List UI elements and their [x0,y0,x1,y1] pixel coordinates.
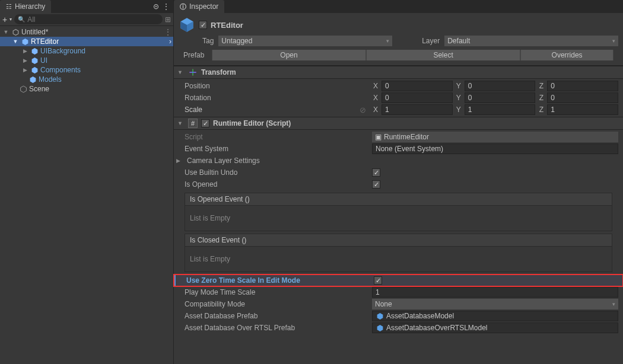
script-label: Script [185,133,368,141]
z-label: Z [538,82,545,90]
tree-row-ui[interactable]: ▶ UI [0,56,173,65]
position-row: Position X0 Y0 Z0 [174,80,623,92]
position-x-input[interactable]: 0 [382,81,453,91]
prefab-icon [30,66,39,74]
use-zero-time-row: Use Zero Time Scale In Edit Mode ✓ [174,274,623,286]
asset-db-prefab-field[interactable]: AssetDatabaseModel [372,311,618,321]
component-header[interactable]: ▼ Transform [174,66,623,79]
use-zero-time-checkbox[interactable]: ✓ [374,276,382,285]
use-builtin-undo-checkbox[interactable]: ✓ [372,168,380,177]
inspector-panel: ⓘ Inspector ✓ Tag Untagged ▾ Layer Defau… [174,0,623,364]
tree-row-scene-root[interactable]: ▼ Untitled* ⋮ [0,27,173,37]
tree-row-rteditor[interactable]: ▼ RTEditor › [0,37,173,46]
enabled-checkbox[interactable]: ✓ [199,21,207,29]
use-builtin-undo-label: Use Builtin Undo [185,168,368,177]
is-opened-row: Is Opened ✓ [174,178,623,190]
inspector-header: ✓ Tag Untagged ▾ Layer Default ▾ Prefab … [174,13,623,66]
transform-icon [188,68,198,77]
search-icon: 🔍 [18,16,25,23]
chevron-right-icon[interactable]: ▶ [176,158,183,164]
transform-component: ▼ Transform Position X0 Y0 Z0 Rotation X… [174,66,623,117]
event-system-row: Event System None (Event System) [174,143,623,155]
tree-row-uibackground[interactable]: ▶ UIBackground [0,46,173,56]
prefab-select-button[interactable]: Select [366,50,520,60]
rotation-row: Rotation X0 Y0 Z0 [174,92,623,104]
tag-dropdown[interactable]: Untagged ▾ [218,36,392,46]
hierarchy-tab-bar: ☷ Hierarchy ⊝ ⋮ [0,0,173,13]
hierarchy-search-input[interactable] [27,15,159,24]
play-mode-time-input[interactable]: 1 [372,287,618,298]
chevron-down-icon[interactable]: ▼ [177,120,185,126]
component-title: Runtime Editor (Script) [213,119,291,127]
camera-layer-label: Camera Layer Settings [187,157,260,165]
inspector-tab[interactable]: ⓘ Inspector [174,0,224,13]
link-icon[interactable]: ⊘ [360,106,366,114]
kebab-icon[interactable]: ⋮ [164,28,173,36]
inspector-tab-bar: ⓘ Inspector [174,0,623,13]
rotation-x-input[interactable]: 0 [382,92,453,103]
scale-y-input[interactable]: 1 [465,104,536,115]
compat-mode-label: Compatibility Mode [185,300,368,308]
rotation-z-input[interactable]: 0 [547,92,618,103]
position-y-input[interactable]: 0 [465,81,536,91]
position-label: Position [185,82,368,90]
prefab-open-button[interactable]: Open [212,50,366,60]
tree-row-components[interactable]: ▶ Components [0,65,173,75]
component-header[interactable]: ▼ # ✓ Runtime Editor (Script) [174,117,623,130]
hierarchy-tab[interactable]: ☷ Hierarchy [0,0,51,13]
scale-z-input[interactable]: 1 [547,104,618,115]
asset-db-rtsl-row: Asset Database Over RTSL Prefab AssetDat… [174,322,623,334]
prefab-icon [30,47,39,55]
play-mode-time-label: Play Mode Time Scale [185,288,368,296]
tree-row-scene[interactable]: Scene [0,84,173,94]
hierarchy-search[interactable]: 🔍 [14,14,163,24]
prefab-label: Prefab [183,51,212,59]
component-title: Transform [201,68,236,76]
chevron-down-icon[interactable]: ▼ [177,69,185,75]
chevron-right-icon[interactable]: ▶ [21,67,28,73]
kebab-icon[interactable]: ⋮ [163,2,170,11]
hierarchy-icon: ☷ [6,3,12,11]
chevron-down-icon: ▾ [612,301,615,307]
chevron-right-icon[interactable]: ▶ [21,58,28,63]
prefab-icon [30,56,39,65]
info-icon: ⓘ [180,2,186,11]
component-enabled-checkbox[interactable]: ✓ [201,119,209,127]
chevron-down-icon[interactable]: ▼ [12,39,19,44]
is-closed-event-box: Is Closed Event () List is Empty [185,234,612,272]
tree-label: Scene [29,85,49,93]
dropdown-icon[interactable]: ▾ [9,17,12,22]
tree-row-models[interactable]: Models [0,75,173,84]
chevron-right-icon[interactable]: ▶ [21,48,28,54]
compat-mode-dropdown[interactable]: None ▾ [372,299,618,309]
lock-icon[interactable]: ⊝ [153,2,159,11]
event-header: Is Closed Event () [185,234,612,247]
prefab-icon [28,75,37,84]
chevron-down-icon: ▾ [386,38,389,44]
position-z-input[interactable]: 0 [547,81,618,91]
tree-label: Models [39,75,62,84]
is-opened-checkbox[interactable]: ✓ [372,180,380,189]
asset-db-rtsl-field[interactable]: AssetDatabaseOverRTSLModel [372,323,618,333]
camera-layer-row[interactable]: ▶ Camera Layer Settings [174,155,623,167]
layer-value: Default [447,37,470,45]
filter-icon[interactable]: ⊞ [165,15,171,24]
prefab-icon[interactable] [179,17,195,33]
add-icon[interactable]: + [2,15,7,24]
chevron-right-icon[interactable]: › [169,37,173,46]
rotation-label: Rotation [185,94,368,102]
event-system-label: Event System [185,145,368,153]
rotation-y-input[interactable]: 0 [465,92,536,103]
prefab-overrides-button[interactable]: Overrides [520,50,614,60]
runtime-editor-component: ▼ # ✓ Runtime Editor (Script) Script ▣ R… [174,117,623,335]
event-empty-text: List is Empty [185,206,612,231]
event-system-field[interactable]: None (Event System) [372,143,618,154]
script-row: Script ▣ RuntimeEditor [174,131,623,143]
layer-dropdown[interactable]: Default ▾ [444,36,618,46]
asset-db-prefab-label: Asset Database Prefab [185,312,368,320]
chevron-down-icon[interactable]: ▼ [2,29,9,35]
object-name-input[interactable] [211,21,615,30]
scale-x-input[interactable]: 1 [382,104,453,115]
tree-label: UIBackground [40,47,85,55]
event-header: Is Opened Event () [185,193,612,206]
